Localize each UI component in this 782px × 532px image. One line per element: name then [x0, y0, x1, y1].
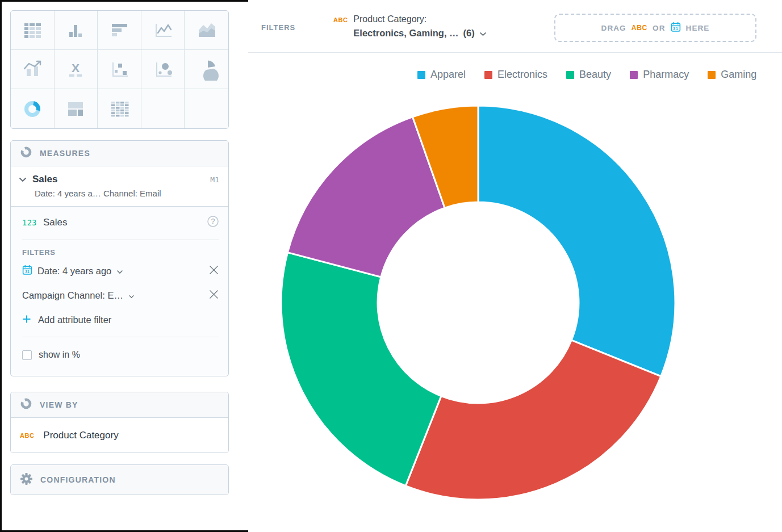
vis-type-empty-cell: [141, 89, 185, 128]
scatter-chart-icon: [106, 58, 132, 81]
view-by-attribute-label: Product Category: [43, 430, 118, 441]
vis-type-donut[interactable]: [11, 89, 55, 128]
attribute-abc-icon: ABC: [20, 432, 34, 439]
vis-type-column[interactable]: [55, 11, 98, 50]
measures-title: MEASURES: [40, 149, 90, 158]
drop-zone-here-text: HERE: [686, 24, 710, 32]
view-by-title: VIEW BY: [40, 400, 78, 409]
window-frame-top-edge: [0, 0, 248, 2]
vis-type-area[interactable]: [185, 11, 228, 50]
plus-icon: [22, 315, 31, 326]
show-in-percent-label: show in %: [39, 350, 80, 360]
measures-bucket: MEASURES Sales M1 Date: 4 years a… Chann…: [10, 140, 229, 376]
column-chart-icon: [62, 19, 89, 41]
donut-bucket-icon: [20, 146, 32, 161]
metric-row: 123 Sales ?: [22, 210, 219, 235]
drop-zone-or-text: OR: [653, 24, 665, 32]
divider: [22, 337, 219, 337]
configuration-header[interactable]: CONFIGURATION: [11, 465, 228, 495]
treemap-chart-icon: [62, 98, 89, 120]
calendar-icon: 31: [671, 22, 681, 34]
drop-zone-drag-text: DRAG: [601, 24, 626, 32]
view-by-bucket: VIEW BY ABC Product Category: [10, 392, 229, 453]
svg-text:X: X: [72, 61, 80, 74]
sidebar: X MEASURES Sales M1 Date: 4 years a… Cha…: [10, 10, 229, 495]
chevron-down-icon: [128, 291, 135, 301]
bar-chart-icon: [106, 19, 132, 41]
attribute-abc-icon: ABC: [632, 24, 647, 32]
configuration-bucket: CONFIGURATION: [10, 464, 229, 495]
measure-filters-title: FILTERS: [22, 248, 219, 257]
configuration-title: CONFIGURATION: [40, 475, 116, 484]
remove-filter-icon[interactable]: [208, 289, 219, 302]
vis-type-combo[interactable]: [11, 50, 55, 89]
measure-detail-panel: 123 Sales ? FILTERS 31 Date: 4 years ago: [11, 207, 228, 376]
combo-chart-icon: [19, 58, 45, 81]
measure-name: Sales: [32, 174, 57, 185]
product-category-filter-dropdown[interactable]: ABC Product Category: Electronics, Gamin…: [333, 14, 487, 39]
add-attribute-filter-label: Add attribute filter: [38, 315, 111, 325]
show-in-percent-checkbox[interactable]: [22, 350, 32, 360]
filter-bar-label: FILTERS: [261, 23, 295, 32]
measure-subtitle: Date: 4 years a… Channel: Email: [35, 188, 219, 198]
measure-badge: M1: [210, 175, 219, 184]
show-in-percent-row: show in %: [22, 342, 219, 368]
visualization-type-picker: X: [10, 10, 229, 129]
chevron-down-icon: [116, 266, 123, 277]
chevron-down-icon: [479, 28, 487, 39]
svg-text:31: 31: [673, 27, 679, 31]
measure-item-sales[interactable]: Sales M1 Date: 4 years a… Channel: Email: [11, 166, 228, 207]
donut-slice-apparel[interactable]: [478, 106, 675, 376]
vis-type-empty-cell: [185, 89, 228, 128]
vis-type-pie[interactable]: [185, 50, 228, 89]
view-by-attribute-product-category[interactable]: ABC Product Category: [11, 417, 228, 453]
donut-chart-icon: [19, 98, 45, 120]
donut-slice-electronics[interactable]: [405, 340, 661, 500]
vis-type-table[interactable]: [11, 11, 55, 50]
metric-field-name: Sales: [43, 217, 68, 228]
donut-chart: [248, 52, 782, 532]
table-chart-icon: [19, 19, 45, 41]
measures-bucket-header: MEASURES: [11, 141, 228, 166]
svg-text:31: 31: [25, 270, 30, 274]
help-icon[interactable]: ?: [207, 215, 219, 230]
filter-selection: Electronics, Gaming, …: [353, 28, 458, 39]
vis-type-line[interactable]: [141, 11, 185, 50]
gear-icon: [20, 472, 33, 488]
divider: [22, 240, 219, 240]
vis-type-treemap[interactable]: [55, 89, 98, 128]
vis-type-bubble[interactable]: [141, 50, 185, 89]
chevron-down-icon[interactable]: [19, 174, 27, 185]
window-frame-left-edge: [0, 0, 2, 532]
vis-type-headline[interactable]: X: [55, 50, 98, 89]
svg-text:?: ?: [211, 217, 215, 225]
heatmap-chart-icon: [106, 98, 132, 120]
filter-drop-zone[interactable]: DRAG ABC OR 31 HERE: [554, 14, 756, 42]
area-chart-icon: [194, 19, 220, 41]
vis-type-bar[interactable]: [98, 11, 141, 50]
filter-selection-count: (6): [463, 28, 475, 39]
line-chart-icon: [150, 19, 176, 41]
attribute-abc-icon: ABC: [333, 16, 348, 39]
view-by-bucket-header: VIEW BY: [11, 392, 228, 417]
vis-type-scatter[interactable]: [98, 50, 141, 89]
measure-filter-date[interactable]: 31 Date: 4 years ago: [22, 259, 219, 283]
bubble-chart-icon: [150, 58, 176, 81]
filter-label: Date: 4 years ago: [37, 266, 111, 277]
numeric-field-icon: 123: [22, 218, 37, 227]
vis-type-heatmap[interactable]: [98, 89, 141, 128]
filter-attribute-name: Product Category:: [353, 14, 486, 24]
pie-chart-icon: [194, 58, 220, 81]
measure-filter-campaign-channel[interactable]: Campaign Channel: E…: [22, 283, 219, 308]
remove-filter-icon[interactable]: [208, 265, 219, 278]
donut-bucket-icon: [20, 397, 32, 412]
add-attribute-filter-button[interactable]: Add attribute filter: [22, 308, 219, 332]
calendar-icon: 31: [22, 265, 32, 278]
filter-label: Campaign Channel: E…: [22, 290, 123, 301]
headline-chart-icon: X: [62, 58, 89, 81]
chart-canvas: FILTERS ABC Product Category: Electronic…: [248, 0, 782, 532]
donut-slice-beauty[interactable]: [281, 253, 441, 486]
